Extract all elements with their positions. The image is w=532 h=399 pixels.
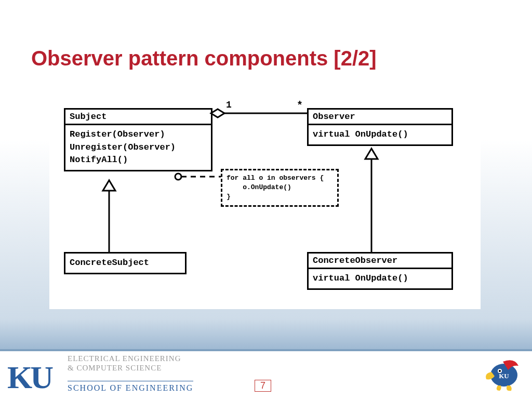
uml-note: for all o in observers { o.OnUpdate() } [221, 169, 339, 207]
page-number: 7 [255, 380, 271, 392]
class-name: ConcreteObserver [309, 254, 451, 269]
school-label: SCHOOL OF ENGINEERING [68, 381, 193, 393]
uml-class-concrete-subject: ConcreteSubject [64, 252, 187, 274]
note-line: o.OnUpdate() [227, 183, 333, 192]
note-line: } [227, 192, 333, 202]
class-methods: virtual OnUpdate() [309, 125, 451, 144]
ku-logo: KU [7, 359, 51, 396]
uml-class-concrete-observer: ConcreteObserver virtual OnUpdate() [307, 252, 453, 290]
ku-logo-text: KU [7, 360, 51, 395]
department-label: ELECTRICAL ENGINEERING & COMPUTER SCIENC… [68, 354, 181, 374]
class-methods: Register(Observer) Unregister(Observer) … [65, 125, 211, 170]
class-methods: virtual OnUpdate() [309, 269, 451, 288]
uml-class-observer: Observer virtual OnUpdate() [307, 108, 453, 146]
multiplicity-many: * [297, 100, 303, 112]
jayhawk-mascot-icon: KU [482, 354, 523, 394]
dept-line-1: ELECTRICAL ENGINEERING [68, 354, 181, 364]
method: virtual OnUpdate() [313, 272, 447, 285]
svg-text:KU: KU [499, 372, 509, 380]
multiplicity-one: 1 [226, 100, 232, 110]
method: virtual OnUpdate() [313, 128, 447, 141]
method: Register(Observer) [70, 128, 207, 141]
class-name: Observer [309, 110, 451, 125]
uml-class-subject: Subject Register(Observer) Unregister(Ob… [64, 108, 212, 171]
class-name: Subject [65, 110, 211, 125]
slide: Observer pattern components [2/2] Subjec… [0, 0, 532, 399]
class-name: ConcreteSubject [65, 254, 185, 273]
svg-point-3 [175, 174, 181, 180]
slide-title: Observer pattern components [2/2] [31, 47, 377, 70]
method: Unregister(Observer) [70, 141, 207, 154]
dept-line-2: & COMPUTER SCIENCE [68, 363, 181, 373]
method: NotifyAll() [70, 154, 207, 167]
slide-footer: KU ELECTRICAL ENGINEERING & COMPUTER SCI… [0, 349, 532, 399]
uml-diagram: Subject Register(Observer) Unregister(Ob… [49, 94, 481, 309]
note-line: for all o in observers { [227, 174, 333, 183]
